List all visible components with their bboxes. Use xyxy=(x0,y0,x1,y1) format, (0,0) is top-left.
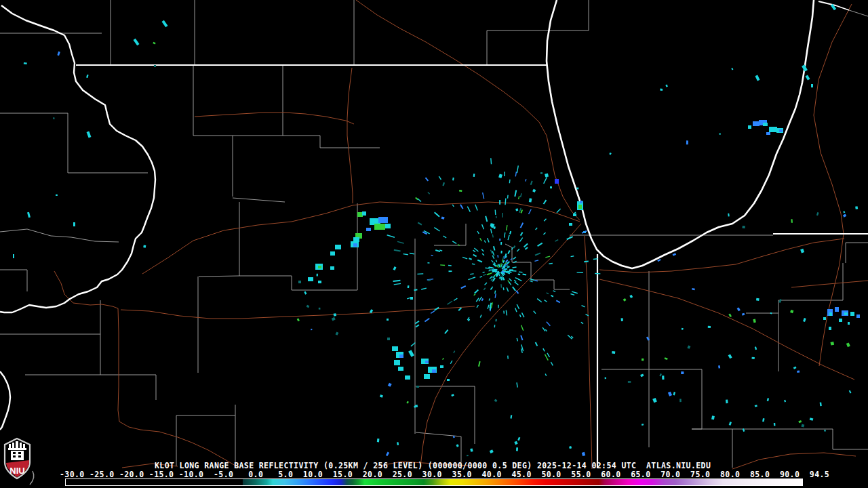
county-line xyxy=(320,136,380,148)
radar-clutter-echo xyxy=(542,348,545,352)
radar-scatter-echo xyxy=(673,253,677,256)
radar-scatter-echo xyxy=(728,313,732,317)
radar-scatter-echo xyxy=(516,447,518,451)
radar-clutter-echo xyxy=(473,293,475,296)
radar-echo-blob xyxy=(398,367,403,371)
radar-clutter-echo xyxy=(473,254,477,258)
road-line xyxy=(356,0,580,220)
radar-scatter-echo xyxy=(451,394,454,396)
radar-echo-blob xyxy=(366,228,371,231)
radar-clutter-echo xyxy=(509,180,511,184)
radar-scatter-echo xyxy=(609,152,611,155)
radar-clutter-echo xyxy=(545,256,550,258)
radar-scatter-echo xyxy=(24,62,27,64)
radar-scatter-echo xyxy=(767,398,769,401)
radar-echo-blob xyxy=(387,319,389,321)
radar-clutter-echo xyxy=(522,274,526,276)
radar-clutter-echo xyxy=(496,319,497,321)
radar-echo-blob xyxy=(378,217,388,223)
radar-echo-blob xyxy=(839,319,842,322)
radar-clutter-echo xyxy=(509,231,511,235)
radar-scatter-echo xyxy=(629,295,633,298)
radar-scatter-echo xyxy=(801,424,804,428)
radar-clutter-echo xyxy=(462,257,468,260)
radar-echo-blob xyxy=(394,360,400,365)
radar-clutter-echo xyxy=(516,382,517,387)
road-line xyxy=(791,281,868,287)
radar-scatter-echo xyxy=(708,326,711,328)
radar-echo-blob xyxy=(811,84,813,87)
radar-clutter-echo xyxy=(467,206,471,212)
radar-scatter-echo xyxy=(718,365,720,368)
radar-scatter-echo xyxy=(791,219,792,223)
radar-clutter-echo xyxy=(543,177,547,184)
radar-scatter-echo xyxy=(386,452,389,456)
radar-clutter-echo xyxy=(470,273,474,274)
radar-scatter-echo xyxy=(737,307,741,311)
radar-clutter-echo xyxy=(494,269,498,270)
radar-clutter-echo xyxy=(520,335,523,340)
radar-echo-blob xyxy=(318,266,321,268)
radar-clutter-echo xyxy=(537,243,542,247)
radar-scatter-echo xyxy=(803,318,806,322)
radar-echo-blob xyxy=(748,125,751,129)
radar-scatter-echo xyxy=(605,377,606,379)
radar-echo-blob xyxy=(13,254,14,258)
radar-clutter-echo xyxy=(533,310,536,314)
radar-scatter-echo xyxy=(393,266,397,270)
radar-scatter-echo xyxy=(377,439,380,442)
radar-clutter-echo xyxy=(500,284,502,287)
radar-scatter-echo xyxy=(742,313,745,316)
radar-clutter-echo xyxy=(415,321,420,324)
radar-scatter-echo xyxy=(642,359,644,361)
radar-echo-blob xyxy=(573,214,576,216)
radar-clutter-echo xyxy=(496,216,497,218)
radar-clutter-echo xyxy=(572,291,578,293)
radar-echo-blob xyxy=(755,75,760,81)
radar-scatter-echo xyxy=(800,249,804,253)
radar-clutter-echo xyxy=(581,305,585,307)
radar-scatter-echo xyxy=(774,423,776,426)
radar-clutter-echo xyxy=(425,178,429,182)
radar-echo-blob xyxy=(447,379,450,381)
radar-clutter-echo xyxy=(476,298,479,302)
radar-clutter-echo xyxy=(513,261,517,264)
radar-scatter-echo xyxy=(682,328,684,330)
radar-clutter-echo xyxy=(512,266,516,268)
radar-clutter-echo xyxy=(417,273,423,274)
radar-scatter-echo xyxy=(640,374,644,378)
radar-scatter-echo xyxy=(336,332,339,336)
product-title: KLOT LONG RANGE BASE REFLECTIVITY (0.25K… xyxy=(155,462,711,470)
radar-clutter-echo xyxy=(481,249,484,251)
radar-echo-blob xyxy=(802,64,808,71)
radar-clutter-echo xyxy=(555,239,558,242)
radar-scatter-echo xyxy=(784,400,786,403)
radar-echo-blob xyxy=(753,121,760,126)
radar-clutter-echo xyxy=(453,350,455,353)
county-line xyxy=(434,224,466,245)
radar-scatter-echo xyxy=(470,449,473,452)
road-line xyxy=(585,236,592,469)
radar-clutter-echo xyxy=(530,181,533,185)
radar-clutter-echo xyxy=(440,264,445,266)
radar-clutter-echo xyxy=(570,293,574,296)
border-line xyxy=(547,0,814,268)
radar-scatter-echo xyxy=(660,89,663,91)
radar-clutter-echo xyxy=(519,314,521,317)
radar-scatter-echo xyxy=(731,68,733,70)
radar-clutter-echo xyxy=(535,342,538,346)
radar-scatter-echo xyxy=(742,226,745,228)
radar-clutter-echo xyxy=(450,361,453,364)
radar-echo-blob xyxy=(835,307,839,312)
radar-echo-blob xyxy=(330,266,334,270)
radar-echo-blob xyxy=(850,312,854,316)
radar-clutter-echo xyxy=(448,270,452,272)
radar-clutter-echo xyxy=(514,190,517,197)
radar-clutter-echo xyxy=(545,373,547,376)
radar-scatter-echo xyxy=(797,371,800,373)
radar-scatter-echo xyxy=(665,85,668,87)
radar-echo-blob xyxy=(856,314,860,318)
radar-clutter-echo xyxy=(553,290,555,292)
radar-clutter-echo xyxy=(482,192,484,199)
radar-scatter-echo xyxy=(517,437,520,441)
